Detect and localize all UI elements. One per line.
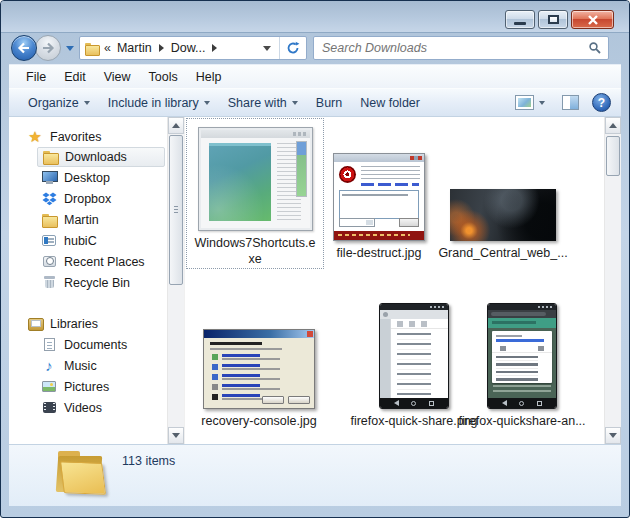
- views-icon: [515, 95, 534, 110]
- maximize-icon: [548, 15, 559, 24]
- file-thumbnail[interactable]: [193, 295, 325, 409]
- maximize-button[interactable]: [538, 10, 568, 29]
- folder-icon: [42, 149, 58, 165]
- scroll-up-button[interactable]: [605, 117, 621, 134]
- file-item-recovery-console[interactable]: recovery-console.jpg: [193, 295, 325, 429]
- include-in-library-button[interactable]: Include in library: [99, 92, 219, 114]
- thumb-part: [262, 396, 284, 404]
- sidebar-item-label: Martin: [64, 213, 99, 227]
- thumb-part: [296, 141, 307, 197]
- new-folder-button[interactable]: New folder: [351, 92, 429, 114]
- thumb-part: [210, 348, 282, 350]
- close-button[interactable]: [571, 10, 614, 29]
- content-scrollbar[interactable]: [604, 117, 621, 444]
- sidebar-item-music[interactable]: ♪ Music: [37, 355, 167, 376]
- image-thumbnail-art: [450, 189, 556, 241]
- sidebar-item-documents[interactable]: Documents: [37, 334, 167, 355]
- file-thumbnail[interactable]: [455, 295, 589, 409]
- sidebar-item-desktop[interactable]: Desktop: [37, 167, 167, 188]
- sidebar-group-favorites[interactable]: ★ Favorites: [23, 126, 167, 147]
- file-name: Windows7Shortcuts.exe: [194, 235, 316, 268]
- search-icon[interactable]: [588, 41, 602, 55]
- thumb-part: [212, 384, 308, 392]
- item-count: 113 items: [122, 454, 175, 468]
- file-name: Grand_Central_web_...: [438, 245, 567, 261]
- chevron-down-icon: [539, 101, 545, 105]
- sidebar-item-hubic[interactable]: hubiC: [37, 230, 167, 251]
- search-input[interactable]: [320, 40, 588, 56]
- forward-button[interactable]: [35, 35, 61, 61]
- recent-pages-dropdown[interactable]: [66, 46, 74, 51]
- menu-view[interactable]: View: [95, 67, 140, 87]
- file-list[interactable]: Windows7Shortcuts.exe file-destruct.jpg: [185, 117, 604, 444]
- thumb-part: [390, 319, 448, 398]
- chevron-down-icon: [292, 101, 298, 105]
- thumb-part: [399, 218, 419, 227]
- sidebar-item-videos[interactable]: Videos: [37, 397, 167, 418]
- window-controls: [505, 10, 614, 29]
- breadcrumb-separator-icon[interactable]: [212, 44, 217, 52]
- file-item-grand-central[interactable]: Grand_Central_web_...: [437, 119, 569, 261]
- breadcrumb[interactable]: « Martin Dow...: [79, 36, 307, 60]
- file-item-firefox-quickshare-an[interactable]: firefox-quickshare-an...: [455, 295, 589, 429]
- file-item-windows7shortcuts[interactable]: Windows7Shortcuts.exe: [187, 119, 323, 268]
- sidebar-item-dropbox[interactable]: Dropbox: [37, 188, 167, 209]
- organize-button[interactable]: Organize: [19, 92, 99, 114]
- file-name: file-destruct.jpg: [337, 245, 422, 261]
- image-thumbnail-art: [333, 153, 425, 241]
- organize-label: Organize: [28, 96, 79, 110]
- sidebar-item-downloads[interactable]: Downloads: [37, 147, 165, 167]
- sidebar-item-label: Recent Places: [64, 255, 145, 269]
- help-button[interactable]: ?: [592, 93, 611, 112]
- title-bar[interactable]: [1, 1, 629, 33]
- burn-button[interactable]: Burn: [307, 92, 351, 114]
- chevron-down-icon: [84, 101, 90, 105]
- file-thumbnail[interactable]: [437, 119, 569, 241]
- thumb-part: [339, 218, 375, 227]
- scrollbar-thumb[interactable]: [169, 135, 183, 285]
- favorites-star-icon: ★: [27, 129, 43, 145]
- scrollbar-track[interactable]: [605, 134, 621, 427]
- hubic-icon: [41, 233, 57, 249]
- scrollbar-track[interactable]: [168, 134, 184, 427]
- thumb-part: [380, 319, 390, 398]
- breadcrumb-overflow-chevron[interactable]: «: [104, 41, 111, 55]
- breadcrumb-separator-icon[interactable]: [159, 44, 164, 52]
- preview-pane-button[interactable]: [562, 95, 579, 110]
- address-dropdown-icon[interactable]: [263, 46, 271, 51]
- breadcrumb-item-downloads[interactable]: Dow...: [171, 41, 206, 55]
- breadcrumb-item-martin[interactable]: Martin: [117, 41, 152, 55]
- sidebar-item-recycle-bin[interactable]: Recycle Bin: [37, 272, 167, 293]
- scroll-down-button[interactable]: [605, 427, 621, 444]
- address-row: « Martin Dow...: [1, 33, 629, 63]
- folder-icon-large: [55, 449, 107, 497]
- sidebar-item-pictures[interactable]: Pictures: [37, 376, 167, 397]
- scroll-up-button[interactable]: [168, 117, 184, 134]
- menu-edit[interactable]: Edit: [55, 67, 95, 87]
- refresh-button[interactable]: [279, 37, 306, 59]
- change-view-button[interactable]: [511, 92, 549, 113]
- share-with-button[interactable]: Share with: [219, 92, 307, 114]
- back-button[interactable]: [11, 35, 37, 61]
- search-box[interactable]: [313, 36, 609, 60]
- scrollbar-thumb[interactable]: [606, 136, 620, 176]
- file-thumbnail[interactable]: [187, 119, 323, 231]
- sidebar-group-libraries[interactable]: Libraries: [23, 313, 167, 334]
- thumb-part: [391, 330, 448, 398]
- sidebar-item-label: Dropbox: [64, 192, 111, 206]
- menu-help[interactable]: Help: [187, 67, 231, 87]
- minimize-button[interactable]: [505, 10, 535, 29]
- file-item-file-destruct[interactable]: file-destruct.jpg: [325, 119, 433, 261]
- menu-file[interactable]: File: [17, 67, 55, 87]
- image-thumbnail-art: [379, 303, 449, 409]
- image-thumbnail-art: [487, 303, 557, 409]
- sidebar-item-martin[interactable]: Martin: [37, 209, 167, 230]
- sidebar-scrollbar[interactable]: [167, 117, 184, 444]
- file-thumbnail[interactable]: [325, 119, 433, 241]
- sidebar-item-recent-places[interactable]: Recent Places: [37, 251, 167, 272]
- menu-tools[interactable]: Tools: [140, 67, 187, 87]
- desktop-monitor-icon: [41, 170, 57, 186]
- include-in-library-label: Include in library: [108, 96, 199, 110]
- arrow-up-icon: [172, 123, 180, 128]
- scroll-down-button[interactable]: [168, 427, 184, 444]
